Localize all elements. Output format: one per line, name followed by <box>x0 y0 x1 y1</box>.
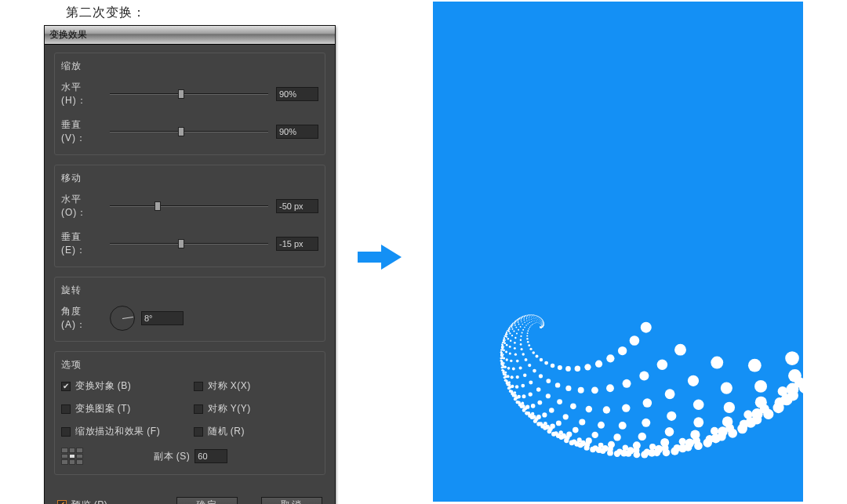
move-horizontal-slider[interactable] <box>110 201 268 212</box>
opt-transform-patterns[interactable]: 变换图案 (T) <box>61 402 186 415</box>
scale-horizontal-slider[interactable] <box>110 89 268 100</box>
svg-point-389 <box>533 318 533 319</box>
svg-point-418 <box>536 321 537 321</box>
svg-point-115 <box>684 444 692 451</box>
svg-point-307 <box>529 328 530 330</box>
svg-point-305 <box>520 326 522 328</box>
svg-point-532 <box>539 317 540 317</box>
svg-point-170 <box>593 445 598 451</box>
svg-point-13 <box>641 322 652 333</box>
angle-input[interactable]: 8° <box>141 311 184 325</box>
svg-point-436 <box>525 315 526 316</box>
scale-group: 缩放 水平 (H)： 90% 垂直 (V)： 90% <box>54 53 325 155</box>
checkbox-icon <box>194 404 203 414</box>
result-preview <box>433 2 803 502</box>
svg-point-297 <box>500 354 503 357</box>
scale-horizontal-label: 水平 (H)： <box>61 81 110 107</box>
opt-random[interactable]: 随机 (R) <box>194 425 318 438</box>
svg-point-69 <box>595 361 602 368</box>
scale-vertical-input[interactable]: 90% <box>276 125 318 139</box>
svg-point-290 <box>513 330 514 332</box>
opt-scale-strokes[interactable]: 缩放描边和效果 (F) <box>61 425 186 438</box>
svg-point-208 <box>522 353 525 355</box>
cancel-button[interactable]: 取消 <box>261 497 322 504</box>
svg-point-283 <box>501 364 503 366</box>
svg-point-479 <box>535 315 536 316</box>
svg-point-575 <box>543 321 543 321</box>
svg-point-501 <box>542 322 543 323</box>
anchor-row: 副本 (S) 60 <box>61 448 318 465</box>
svg-point-180 <box>528 364 531 367</box>
svg-point-127 <box>693 437 700 444</box>
angle-dial[interactable] <box>110 306 135 331</box>
svg-point-255 <box>507 383 509 386</box>
svg-point-135 <box>556 420 562 426</box>
svg-point-404 <box>536 321 536 321</box>
svg-point-351 <box>505 335 507 337</box>
svg-point-101 <box>718 432 726 441</box>
svg-point-449 <box>527 315 528 316</box>
anchor-grid-icon[interactable] <box>61 448 83 465</box>
svg-point-267 <box>509 386 511 388</box>
svg-point-210 <box>559 430 563 434</box>
scale-vertical-slider[interactable] <box>110 126 268 137</box>
scale-vertical-row: 垂直 (V)： 90% <box>61 118 318 145</box>
svg-point-110 <box>565 386 571 391</box>
opt-reflect-x[interactable]: 对称 X(X) <box>194 379 318 393</box>
svg-point-143 <box>625 451 631 457</box>
rotate-group: 旋转 角度 (A)： 8° <box>54 277 325 342</box>
options-group: 选项 ✔ 变换对象 (B) 对称 X(X) 变换图案 (T) 对称 Y(Y) <box>54 351 325 475</box>
move-vertical-input[interactable]: -15 px <box>276 237 318 251</box>
svg-point-248 <box>509 346 511 348</box>
svg-point-491 <box>535 315 536 316</box>
svg-point-546 <box>540 317 541 318</box>
svg-point-574 <box>542 320 543 321</box>
svg-point-450 <box>529 315 529 316</box>
dialog-footer: ✔ 预览 (P) 确定 取消 <box>54 497 325 504</box>
svg-point-195 <box>532 351 535 354</box>
slider-thumb[interactable] <box>178 127 184 136</box>
svg-point-222 <box>521 348 523 350</box>
opt-transform-objects[interactable]: ✔ 变换对象 (B) <box>61 379 186 393</box>
svg-point-114 <box>706 435 714 443</box>
svg-point-121 <box>573 427 579 433</box>
svg-point-420 <box>518 319 519 320</box>
svg-point-347 <box>526 321 527 321</box>
svg-point-140 <box>679 438 686 445</box>
slider-thumb[interactable] <box>154 201 161 211</box>
svg-point-94 <box>598 422 605 429</box>
opt-reflect-y[interactable]: 对称 Y(Y) <box>194 402 318 415</box>
slider-thumb[interactable] <box>178 239 184 248</box>
svg-point-129 <box>653 449 660 456</box>
move-group: 移动 水平 (O)： -50 px 垂直 (E)： -15 px <box>54 165 325 267</box>
svg-point-489 <box>540 324 541 325</box>
scale-horizontal-input[interactable]: 90% <box>276 87 318 101</box>
move-horizontal-input[interactable]: -50 px <box>276 199 318 213</box>
svg-point-12 <box>674 344 686 356</box>
svg-point-373 <box>526 317 527 317</box>
svg-point-53 <box>643 398 653 408</box>
svg-point-241 <box>512 394 515 397</box>
svg-point-196 <box>577 437 582 442</box>
opt-label: 对称 X(X) <box>208 379 251 393</box>
svg-point-262 <box>510 340 512 343</box>
ok-button[interactable]: 确定 <box>176 497 238 504</box>
svg-point-405 <box>536 322 536 323</box>
svg-point-457 <box>539 317 540 318</box>
svg-point-192 <box>516 375 519 379</box>
move-vertical-slider[interactable] <box>110 238 268 249</box>
svg-point-294 <box>504 372 507 374</box>
svg-point-206 <box>512 368 515 371</box>
preview-checkbox[interactable]: ✔ 预览 (P) <box>57 499 107 505</box>
dialog-titlebar[interactable]: 变换效果 <box>45 26 335 45</box>
svg-point-393 <box>514 322 514 323</box>
svg-point-39 <box>665 389 675 399</box>
svg-point-266 <box>514 391 517 394</box>
slider-thumb[interactable] <box>178 89 184 99</box>
svg-point-589 <box>543 321 543 322</box>
copies-input[interactable]: 60 <box>194 449 227 463</box>
svg-point-319 <box>522 324 524 325</box>
svg-point-153 <box>544 361 548 365</box>
svg-point-154 <box>649 444 656 450</box>
svg-point-534 <box>540 317 541 318</box>
